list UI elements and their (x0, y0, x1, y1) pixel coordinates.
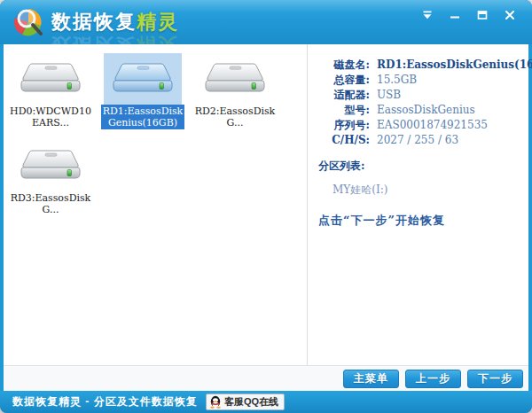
app-title: 数据恢复精灵 (51, 9, 179, 35)
detail-row-model: 型号: EassosDiskGenius (318, 104, 523, 116)
detail-label: 总容量: (318, 74, 370, 86)
disk-label: HD0:WDCWD10EARS... (9, 105, 92, 129)
partition-list-label: 分区列表: (318, 159, 523, 174)
disk-item-rd1-selected[interactable]: RD1:EassosDiskGenius(16GB) (101, 53, 184, 129)
detail-row-serial: 序列号: EAS0001874921535 (318, 119, 523, 131)
disk-label: RD2:EassosDiskG... (193, 105, 277, 129)
app-logo-icon (12, 5, 45, 39)
window-controls (419, 8, 518, 22)
disk-item-rd3[interactable]: RD3:EassosDiskG... (9, 140, 92, 216)
qq-service-badge[interactable]: 客服QQ在线 (206, 394, 285, 410)
hard-drive-icon (196, 53, 274, 105)
status-bar: 数据恢复精灵 - 分区及文件数据恢复 客服QQ在线 (0, 391, 532, 413)
maximize-icon (477, 10, 488, 20)
dropdown-arrow-icon (422, 10, 433, 20)
prev-step-button[interactable]: 上一步 (405, 370, 461, 388)
disk-list: HD0:WDCWD10EARS... RD1:EassosDiskGenius(… (4, 44, 307, 365)
detail-value: 2027 / 255 / 63 (377, 134, 458, 146)
button-strip: 主菜单 上一步 下一步 (4, 365, 528, 391)
app-window: 数据恢复精灵 数据恢复精灵 (0, 0, 532, 413)
qq-badge-label: 客服QQ在线 (224, 395, 278, 409)
disk-details-panel: 磁盘名: RD1:EassosDiskGenius(16GB) 总容量: 15.… (307, 44, 528, 365)
minimize-button[interactable] (447, 8, 463, 22)
main-content: HD0:WDCWD10EARS... RD1:EassosDiskGenius(… (4, 44, 528, 365)
detail-label: C/H/S: (318, 134, 370, 146)
detail-row-capacity: 总容量: 15.5GB (318, 74, 523, 86)
partition-item[interactable]: MY娃哈(I:) (332, 183, 523, 198)
disk-label: RD3:EassosDiskG... (9, 191, 92, 216)
detail-value: EassosDiskGenius (377, 104, 475, 116)
detail-row-disk-name: 磁盘名: RD1:EassosDiskGenius(16GB) (318, 58, 523, 71)
close-button[interactable] (502, 8, 518, 22)
detail-value: RD1:EassosDiskGenius(16GB) (377, 58, 532, 71)
hard-drive-icon (12, 140, 90, 191)
next-step-button[interactable]: 下一步 (467, 370, 523, 388)
disk-label: RD1:EassosDiskGenius(16GB) (101, 105, 184, 129)
disk-item-hd0[interactable]: HD0:WDCWD10EARS... (9, 53, 92, 129)
status-text: 数据恢复精灵 - 分区及文件数据恢复 (12, 394, 198, 409)
maximize-button[interactable] (474, 8, 490, 22)
detail-label: 序列号: (318, 119, 370, 131)
close-icon (505, 10, 515, 20)
main-menu-button[interactable]: 主菜单 (343, 370, 399, 388)
hard-drive-icon (12, 53, 90, 105)
detail-label: 磁盘名: (318, 58, 370, 71)
qq-penguin-icon (209, 395, 222, 409)
next-step-hint: 点击“下一步”开始恢复 (318, 213, 523, 229)
detail-value: USB (377, 89, 401, 101)
detail-label: 适配器: (318, 89, 370, 101)
detail-row-adapter: 适配器: USB (318, 89, 523, 101)
title-bar: 数据恢复精灵 数据恢复精灵 (0, 0, 532, 44)
detail-row-chs: C/H/S: 2027 / 255 / 63 (318, 134, 523, 146)
app-title-accent: 精灵 (137, 11, 179, 33)
detail-value: EAS0001874921535 (377, 119, 488, 131)
disk-item-rd2[interactable]: RD2:EassosDiskG... (193, 53, 277, 129)
detail-label: 型号: (318, 104, 370, 116)
minimize-icon (450, 10, 460, 20)
dropdown-arrow-button[interactable] (419, 8, 435, 22)
hard-drive-icon-selected (104, 53, 182, 105)
detail-value: 15.5GB (377, 74, 417, 86)
